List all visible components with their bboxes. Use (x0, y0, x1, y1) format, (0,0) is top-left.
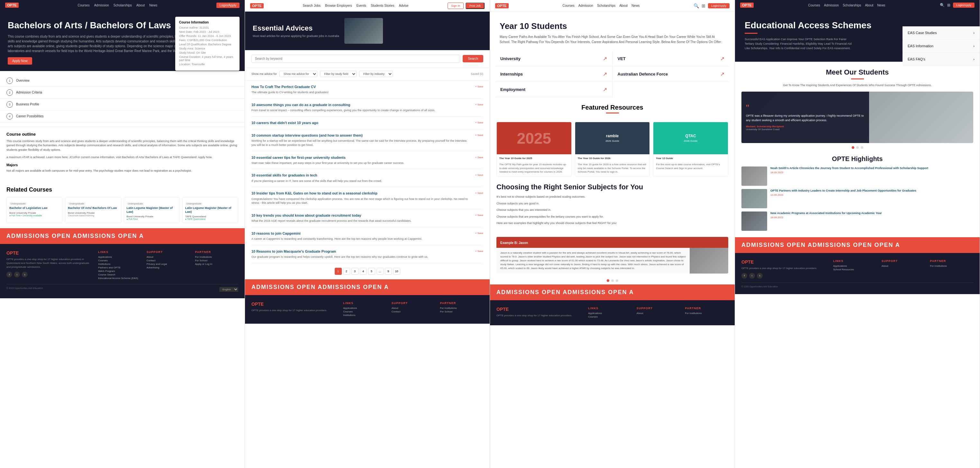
nav-courses-3[interactable]: Courses (563, 4, 574, 7)
highlight-title-2[interactable]: New Academic Programs at Associated Inst… (770, 211, 973, 215)
related-card-2[interactable]: Undergraduate Latin Legume Magister (Mas… (124, 197, 180, 223)
grid-icon-3[interactable]: ⊞ (702, 3, 705, 8)
save-8[interactable]: + Save (475, 231, 483, 235)
footer-link-courses-3[interactable]: Courses (588, 315, 632, 318)
nav-scholarships-4[interactable]: Scholarships (843, 3, 861, 7)
pathway-employment[interactable]: Employment ↗ (495, 82, 612, 97)
footer-support-about-2[interactable]: About (391, 307, 435, 309)
dot-4-1[interactable] (856, 146, 859, 149)
nav-jobs[interactable]: Search Jobs (302, 4, 321, 7)
nav-news-4[interactable]: News (877, 3, 885, 7)
highlight-title-0[interactable]: Noah Smith's Article Chronicles the Jour… (770, 167, 973, 170)
footer-support-about-4[interactable]: About (881, 265, 925, 267)
related-card-0[interactable]: Undergraduate Bachelor of Legislative La… (6, 197, 62, 223)
footer-link-apps-3[interactable]: Applications (588, 312, 632, 315)
logo-1[interactable]: OPTE (5, 3, 19, 8)
footer-support-about-3[interactable]: About (636, 312, 680, 315)
post-job-btn[interactable]: Post Job (466, 3, 485, 9)
logo-3[interactable]: OPTE (495, 3, 509, 8)
footer-partner-inst-3[interactable]: For Institutions (685, 312, 728, 315)
footer-support-ads[interactable]: Advertising (146, 266, 190, 269)
dot-4-2[interactable] (861, 146, 863, 149)
sidebar-eas-info[interactable]: EAS Information › (902, 40, 980, 53)
footer-support-contact-2[interactable]: Contact (391, 310, 435, 313)
tab-business[interactable]: 3 Business Profile (0, 99, 245, 111)
filter-field-select[interactable]: Filter by study field (320, 71, 356, 77)
nav-scholarships-3[interactable]: Scholarships (597, 4, 616, 7)
nav-admission-1[interactable]: Admission (94, 3, 109, 7)
nav-events[interactable]: Events (356, 4, 366, 7)
footer-partner-inst-2[interactable]: For Institutions (440, 307, 483, 309)
page-10[interactable]: 10 (393, 268, 400, 275)
login-btn-3[interactable]: Login/Apply (708, 3, 730, 8)
nav-about-4[interactable]: About (865, 3, 873, 7)
filter-industry-select[interactable]: Filter by industry (359, 71, 393, 77)
dot-4-0[interactable] (852, 146, 854, 149)
footer-link-applications[interactable]: Applications (98, 255, 142, 259)
save-5[interactable]: + Save (475, 173, 483, 176)
footer-support-contact[interactable]: Contact (146, 259, 190, 262)
footer-link-course-search[interactable]: Course Search (98, 273, 142, 276)
footer-link-institutions[interactable]: Institutions (98, 263, 142, 265)
nav-about-1[interactable]: About (136, 3, 145, 7)
save-9[interactable]: + Save (475, 249, 483, 253)
dot-2[interactable] (616, 279, 618, 282)
twitter-icon-4[interactable]: t (757, 273, 763, 279)
instagram-icon[interactable]: i (14, 271, 20, 278)
page-4[interactable]: 4 (360, 268, 367, 275)
pathway-internships[interactable]: Internships ↗ (495, 67, 612, 82)
footer-partner-inst[interactable]: For Institutions (195, 255, 238, 259)
feat-card-0[interactable]: 2025 The Year 10 Guide for 2025 The OPTE… (496, 122, 572, 176)
footer-partner-school-2[interactable]: For School (440, 310, 483, 313)
nav-news-3[interactable]: News (632, 4, 640, 7)
dot-1[interactable] (611, 279, 614, 282)
footer-link-courses[interactable]: Courses (98, 259, 142, 262)
footer-partner-school[interactable]: For School (195, 259, 238, 262)
footer-link-apps-2[interactable]: Applications (343, 307, 387, 309)
page-3[interactable]: 3 (352, 268, 358, 275)
tab-career[interactable]: 4 Career Possibilities (0, 111, 245, 122)
footer-link-apps-4[interactable]: Applications (833, 265, 877, 267)
nav-courses-1[interactable]: Courses (78, 3, 89, 7)
nav-scholarships-1[interactable]: Scholarships (113, 3, 132, 7)
language-select-1[interactable]: English (219, 287, 238, 292)
save-0[interactable]: + Save (475, 84, 483, 88)
feat-card-2[interactable]: QTAC2026 Guide Year 12 Guide For the mos… (653, 122, 728, 176)
nav-advise[interactable]: Advise (399, 4, 408, 7)
nav-admission-3[interactable]: Admission (578, 4, 593, 7)
footer-link-school-res[interactable]: School Resources (833, 268, 877, 271)
nav-admission-4[interactable]: Admission (824, 3, 839, 7)
nav-courses-4[interactable]: Courses (808, 3, 820, 7)
login-btn-1[interactable]: Login/Apply (216, 3, 240, 8)
login-btn-4[interactable]: Login/Apply (953, 3, 975, 8)
page-2[interactable]: 2 (343, 268, 350, 275)
logo-4[interactable]: OPTE (740, 3, 754, 8)
save-2[interactable]: + Save (475, 121, 483, 124)
highlight-title-1[interactable]: OPTE Partners with Industry Leaders to C… (770, 189, 973, 193)
facebook-icon[interactable]: f (6, 271, 12, 278)
pathway-vet[interactable]: VET ↗ (612, 51, 730, 67)
tab-overview[interactable]: 1 Overview (0, 75, 245, 87)
search-icon-3[interactable]: 🔍 (694, 3, 699, 8)
filter-show-select[interactable]: Show me advice for (279, 71, 317, 77)
feat-card-1[interactable]: ramble2026 Guide The Year 10 Guide for 2… (575, 122, 650, 176)
save-3[interactable]: + Save (475, 133, 483, 136)
save-7[interactable]: + Save (475, 213, 483, 217)
facebook-icon-4[interactable]: f (741, 273, 747, 279)
footer-link-inst-2[interactable]: Institutions (343, 314, 387, 317)
related-card-1[interactable]: Undergraduate Bachelor Of Arts/ Bachelor… (65, 197, 121, 223)
search-input-2[interactable] (251, 55, 460, 63)
nav-stories[interactable]: Students Stories (371, 4, 394, 7)
tab-admission[interactable]: 2 Admission Criteria (0, 87, 245, 99)
footer-partner-inst-4[interactable]: For Institutions (930, 265, 973, 267)
footer-support-about[interactable]: About (146, 255, 190, 259)
nav-news-1[interactable]: News (149, 3, 157, 7)
sidebar-eas-case[interactable]: EAS Case Studies › (902, 26, 980, 40)
search-btn-2[interactable]: Search (463, 55, 483, 62)
save-6[interactable]: + Save (475, 191, 483, 195)
footer-link-eas[interactable]: Educational Access Scheme (EAS) (98, 277, 142, 280)
search-icon-4[interactable]: 🔍 (940, 3, 945, 7)
instagram-icon-4[interactable]: i (749, 273, 755, 279)
footer-link-imas[interactable]: IMAS Program (98, 270, 142, 273)
grid-icon-4[interactable]: ⊞ (947, 3, 950, 7)
